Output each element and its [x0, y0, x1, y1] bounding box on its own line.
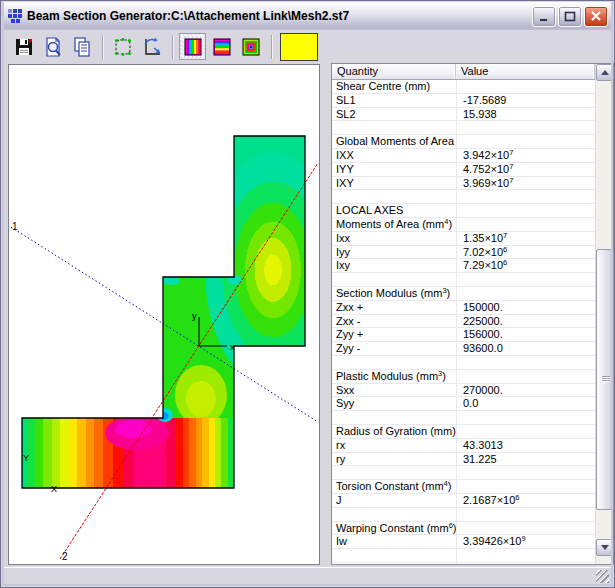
toolbar	[4, 30, 611, 63]
table-row[interactable]: Zxx +150000.	[332, 301, 595, 315]
resize-grip[interactable]	[596, 570, 609, 583]
copy-button[interactable]	[68, 33, 95, 60]
title-bar[interactable]: Beam Section Generator:C:\Attachement Li…	[2, 2, 613, 30]
chevron-down-icon	[601, 545, 609, 550]
table-row[interactable]: Shear Centre (mm)	[332, 80, 595, 94]
table-row[interactable]: Sxx270000.	[332, 384, 595, 398]
table-row[interactable]	[332, 121, 595, 135]
maximize-icon	[564, 11, 576, 22]
quantity-cell: Iyy	[332, 246, 456, 260]
table-row[interactable]: LOCAL AXES	[332, 204, 595, 218]
value-cell	[456, 522, 595, 536]
axes-arrows-icon	[141, 36, 163, 58]
value-cell: 4.752×107	[456, 163, 595, 177]
property-rows: Shear Centre (mm)SL1-17.5689SL215.938Glo…	[332, 80, 595, 564]
floppy-disk-icon	[13, 36, 35, 58]
quantity-cell: Syy	[332, 397, 456, 411]
quantity-cell: Warping Constant (mm6)	[332, 522, 456, 536]
quantity-cell: IYY	[332, 163, 456, 177]
table-row[interactable]: Warping Constant (mm6)	[332, 522, 595, 536]
value-cell: -17.5689	[456, 94, 595, 108]
quantity-cell: LOCAL AXES	[332, 204, 456, 218]
value-cell: 7.29×106	[456, 259, 595, 273]
table-row[interactable]: Radius of Gyration (mm)	[332, 425, 595, 439]
contour-color-swatch[interactable]	[280, 33, 318, 61]
quantity-cell: Plastic Modulus (mm3)	[332, 370, 456, 384]
toolbar-separator	[271, 35, 273, 59]
quantity-cell: rx	[332, 439, 456, 453]
contour-pattern-button[interactable]	[237, 33, 264, 60]
value-column-header[interactable]: Value	[456, 64, 595, 79]
quantity-cell	[332, 466, 456, 480]
global-y-axis-label: Y	[23, 453, 29, 463]
table-row[interactable]: Syy0.0	[332, 397, 595, 411]
table-row[interactable]: SL1-17.5689	[332, 94, 595, 108]
table-row[interactable]: SL215.938	[332, 108, 595, 122]
table-row[interactable]	[332, 411, 595, 425]
quantity-cell: ry	[332, 453, 456, 467]
quantity-cell: SL1	[332, 94, 456, 108]
value-cell	[456, 466, 595, 480]
table-row[interactable]: J2.1687×106	[332, 494, 595, 508]
table-row[interactable]: Global Moments of Area (mm4)	[332, 135, 595, 149]
minimize-button[interactable]	[532, 6, 556, 27]
print-preview-button[interactable]	[39, 33, 66, 60]
contour-vertical-bands-button[interactable]	[179, 33, 206, 60]
axes-transform-button[interactable]	[138, 33, 165, 60]
value-cell	[456, 287, 595, 301]
table-row[interactable]: Iyy7.02×106	[332, 246, 595, 260]
close-button[interactable]	[584, 6, 608, 27]
value-cell: 7.02×106	[456, 246, 595, 260]
table-row[interactable]: Plastic Modulus (mm3)	[332, 370, 595, 384]
principal-axis-2-line	[60, 163, 318, 559]
quantity-cell: Zxx +	[332, 301, 456, 315]
quantity-cell	[332, 508, 456, 522]
section-outline-button[interactable]	[109, 33, 136, 60]
app-icon	[7, 8, 23, 24]
table-row[interactable]: Torsion Constant (mm4)	[332, 480, 595, 494]
vertical-color-bands-icon	[182, 36, 204, 58]
dashed-polygon-icon	[112, 36, 134, 58]
table-row[interactable]	[332, 466, 595, 480]
table-row[interactable]: Iw3.39426×109	[332, 535, 595, 549]
table-row[interactable]: IXY3.969×107	[332, 177, 595, 191]
table-row[interactable]	[332, 273, 595, 287]
table-row[interactable]: IYY4.752×107	[332, 163, 595, 177]
table-row[interactable]	[332, 190, 595, 204]
table-row[interactable]: ry31.225	[332, 453, 595, 467]
quantity-column-header[interactable]: Quantity	[332, 64, 456, 79]
save-button[interactable]	[10, 33, 37, 60]
table-row[interactable]: Zyy -93600.0	[332, 342, 595, 356]
value-cell: 3.942×107	[456, 149, 595, 163]
vertical-scrollbar[interactable]	[595, 64, 613, 564]
quantity-cell: Radius of Gyration (mm)	[332, 425, 456, 439]
value-cell: 150000.	[456, 301, 595, 315]
scroll-up-button[interactable]	[596, 64, 614, 81]
contour-horizontal-bands-button[interactable]	[208, 33, 235, 60]
scroll-down-button[interactable]	[596, 539, 614, 556]
value-cell: 270000.	[456, 384, 595, 398]
quantity-cell: J	[332, 494, 456, 508]
table-row[interactable]: Moments of Area (mm4)	[332, 218, 595, 232]
table-row[interactable]: Zyy +156000.	[332, 328, 595, 342]
quantity-cell	[332, 411, 456, 425]
table-row[interactable]: IXX3.942×107	[332, 149, 595, 163]
section-contour-plot: 1 2 Y X y x	[9, 65, 319, 564]
toolbar-separator	[102, 35, 104, 59]
table-row[interactable]: Ixy7.29×106	[332, 259, 595, 273]
value-cell	[456, 121, 595, 135]
table-row[interactable]: Section Modulus (mm3)	[332, 287, 595, 301]
table-row[interactable]	[332, 508, 595, 522]
window-title: Beam Section Generator:C:\Attachement Li…	[27, 9, 528, 23]
maximize-button[interactable]	[558, 6, 582, 27]
table-row[interactable]: Ixx1.35×107	[332, 232, 595, 246]
table-row[interactable]: rx43.3013	[332, 439, 595, 453]
table-row[interactable]	[332, 356, 595, 370]
quantity-cell: Zxx -	[332, 315, 456, 329]
scrollbar-thumb[interactable]	[596, 249, 614, 510]
principal-axis-1-label: 1	[12, 221, 18, 232]
local-x-axis-label: x	[230, 342, 235, 352]
table-row[interactable]: Zxx -225000.	[332, 315, 595, 329]
value-cell	[456, 218, 595, 232]
quantity-cell: Zyy -	[332, 342, 456, 356]
